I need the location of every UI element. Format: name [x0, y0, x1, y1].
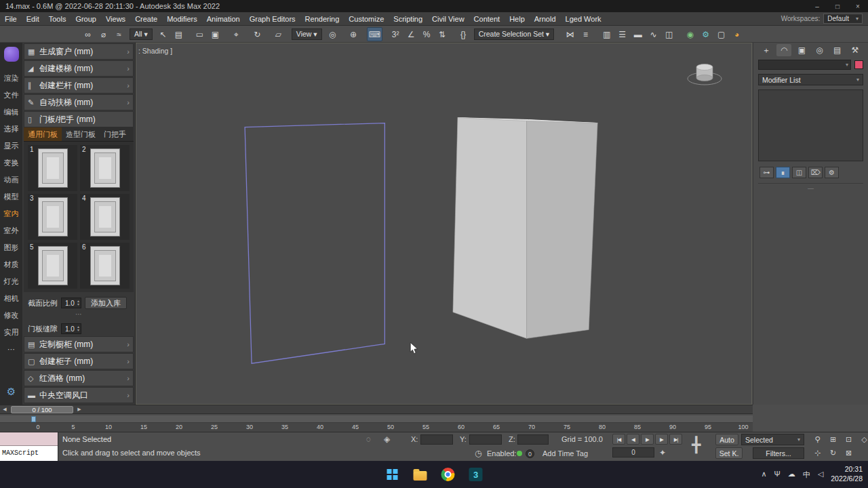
- perspective-viewport[interactable]: : Shading ]: [136, 43, 752, 405]
- go-to-start-button[interactable]: |◀: [612, 434, 625, 445]
- curve-editor-icon[interactable]: ∿: [646, 27, 661, 41]
- isolate-selection-icon[interactable]: ◌: [366, 434, 371, 444]
- key-selection-dropdown[interactable]: Selected ▾: [741, 434, 804, 445]
- sidebar-item[interactable]: 实用: [0, 324, 22, 341]
- rollout-header[interactable]: ∥ 创建栏杆 (mm) ›: [24, 77, 134, 94]
- sidebar-item[interactable]: 图形: [0, 239, 22, 256]
- zoom-extents-icon[interactable]: ⊡: [842, 434, 855, 445]
- select-by-name-icon[interactable]: ▤: [171, 27, 186, 41]
- door-thumbnail[interactable]: 5: [28, 243, 77, 289]
- sidebar-item[interactable]: 渲染: [0, 70, 22, 87]
- close-icon[interactable]: ×: [848, 0, 868, 12]
- scene-explorer-icon[interactable]: ▥: [599, 27, 614, 41]
- percent-snap-icon[interactable]: %: [419, 27, 435, 41]
- chrome-icon[interactable]: [440, 466, 456, 483]
- gear-icon[interactable]: ⚙: [7, 386, 16, 398]
- sidebar-item[interactable]: 编辑: [0, 104, 22, 121]
- keyboard-override-icon[interactable]: ⌨: [367, 27, 382, 41]
- spinner-arrows-icon[interactable]: ▴▾: [77, 325, 79, 332]
- key-filters-button[interactable]: Filters...: [753, 447, 804, 459]
- degradation-count-badge[interactable]: 0: [526, 449, 534, 458]
- sidebar-item[interactable]: 灯光: [0, 273, 22, 290]
- menu-item[interactable]: File: [0, 15, 22, 23]
- sidebar-item[interactable]: 模型: [0, 188, 22, 205]
- volume-icon[interactable]: ◁: [818, 470, 823, 480]
- add-time-tag[interactable]: Add Time Tag: [542, 449, 588, 458]
- sidebar-item[interactable]: ⋯: [0, 341, 22, 358]
- set-key-button[interactable]: Set K.: [715, 447, 743, 459]
- snap-toggle-icon[interactable]: 3²: [388, 27, 403, 41]
- configure-modifier-icon[interactable]: ⚙: [825, 167, 839, 178]
- reference-coordinate-dropdown[interactable]: View ▾: [292, 28, 322, 40]
- y-coordinate-field[interactable]: [469, 434, 502, 445]
- sidebar-item[interactable]: 室内: [0, 205, 22, 222]
- sidebar-item[interactable]: 相机: [0, 290, 22, 307]
- door-thumbnail[interactable]: 4: [80, 194, 130, 240]
- time-slider[interactable]: ◀ 0 / 100 ▶: [0, 405, 753, 414]
- rollup-grip[interactable]: —: [753, 186, 868, 191]
- remove-modifier-icon[interactable]: ⌦: [808, 167, 823, 178]
- menu-item[interactable]: Create: [130, 15, 162, 23]
- sidebar-item[interactable]: 显示: [0, 138, 22, 155]
- door-panel-tab[interactable]: 通用门板: [24, 127, 62, 141]
- motion-tab-icon[interactable]: ◎: [812, 44, 827, 56]
- ribbon-icon[interactable]: ▬: [630, 27, 646, 41]
- menu-item[interactable]: Rendering: [300, 15, 344, 23]
- sidebar-item[interactable]: 动画: [0, 171, 22, 188]
- field-of-view-icon[interactable]: ◇: [858, 434, 868, 445]
- zoom-icon[interactable]: ⚲: [811, 434, 824, 445]
- key-mode-icon[interactable]: ✦: [659, 448, 666, 458]
- make-unique-icon[interactable]: ◫: [792, 167, 806, 178]
- 3ds-max-taskbar-icon[interactable]: 3: [468, 466, 484, 483]
- render-production-icon[interactable]: ◕: [729, 27, 745, 41]
- auto-key-button[interactable]: Auto: [715, 434, 738, 445]
- align-icon[interactable]: ≡: [578, 27, 593, 41]
- select-object-icon[interactable]: ↖: [155, 27, 171, 41]
- menu-item[interactable]: Lged Work: [561, 15, 606, 23]
- pan-icon[interactable]: ⊹: [811, 447, 824, 458]
- modifier-list-dropdown[interactable]: Modifier List ▾: [758, 74, 863, 85]
- layer-explorer-icon[interactable]: ☰: [614, 27, 630, 41]
- box-object[interactable]: [453, 118, 597, 339]
- sidebar-item[interactable]: 修改: [0, 307, 22, 324]
- object-name-dropdown[interactable]: ▾: [758, 60, 851, 70]
- select-and-move-icon[interactable]: ⌖: [229, 27, 244, 41]
- sidebar-item[interactable]: 材质: [0, 256, 22, 273]
- zoom-all-icon[interactable]: ⊞: [827, 434, 840, 445]
- menu-item[interactable]: Group: [71, 15, 101, 23]
- create-tab-icon[interactable]: ＋: [759, 44, 774, 56]
- microphone-icon[interactable]: Ψ: [774, 470, 781, 480]
- maximize-icon[interactable]: □: [827, 0, 848, 12]
- time-forward-icon[interactable]: ▶: [75, 407, 84, 412]
- selection-lock-icon[interactable]: ◈: [384, 434, 390, 444]
- sidebar-item[interactable]: 选择: [0, 121, 22, 138]
- window-crossing-icon[interactable]: ▣: [208, 27, 223, 41]
- rectangular-selection-icon[interactable]: ▭: [192, 27, 208, 41]
- select-and-rotate-icon[interactable]: ↻: [250, 27, 265, 41]
- previous-frame-button[interactable]: ◀: [627, 434, 639, 445]
- rollout-header[interactable]: ▤ 定制橱柜 (mm) ›: [24, 336, 134, 352]
- taskbar-clock[interactable]: 20:31 2022/6/28: [831, 465, 863, 483]
- hierarchy-tab-icon[interactable]: ▣: [794, 44, 809, 56]
- select-and-scale-icon[interactable]: ▱: [271, 27, 286, 41]
- x-coordinate-field[interactable]: [420, 434, 453, 445]
- plugin-logo[interactable]: [4, 47, 19, 62]
- edit-selection-sets-icon[interactable]: {}: [456, 27, 471, 41]
- start-button[interactable]: [384, 466, 401, 483]
- sidebar-item[interactable]: 室外: [0, 222, 22, 239]
- section-ratio-spinner[interactable]: 1.0 ▴▾: [61, 298, 81, 308]
- macro-recorder-field[interactable]: [0, 432, 58, 446]
- angle-snap-icon[interactable]: ∠: [403, 27, 419, 41]
- unlink-selection-icon[interactable]: ⌀: [96, 27, 111, 41]
- display-tab-icon[interactable]: ▤: [830, 44, 845, 56]
- utilities-tab-icon[interactable]: ⚒: [848, 44, 863, 56]
- workspace-dropdown[interactable]: Default ▾: [823, 14, 863, 24]
- select-and-manipulate-icon[interactable]: ⊕: [346, 27, 361, 41]
- tray-expand-icon[interactable]: ∧: [762, 470, 767, 480]
- door-panel-tab[interactable]: 门把手: [100, 127, 130, 141]
- menu-item[interactable]: Views: [101, 15, 130, 23]
- select-and-link-icon[interactable]: ∞: [80, 27, 96, 41]
- rollout-header[interactable]: ▬ 中央空调风口 ›: [24, 387, 134, 403]
- schematic-view-icon[interactable]: ◫: [661, 27, 677, 41]
- menu-item[interactable]: Customize: [344, 15, 389, 23]
